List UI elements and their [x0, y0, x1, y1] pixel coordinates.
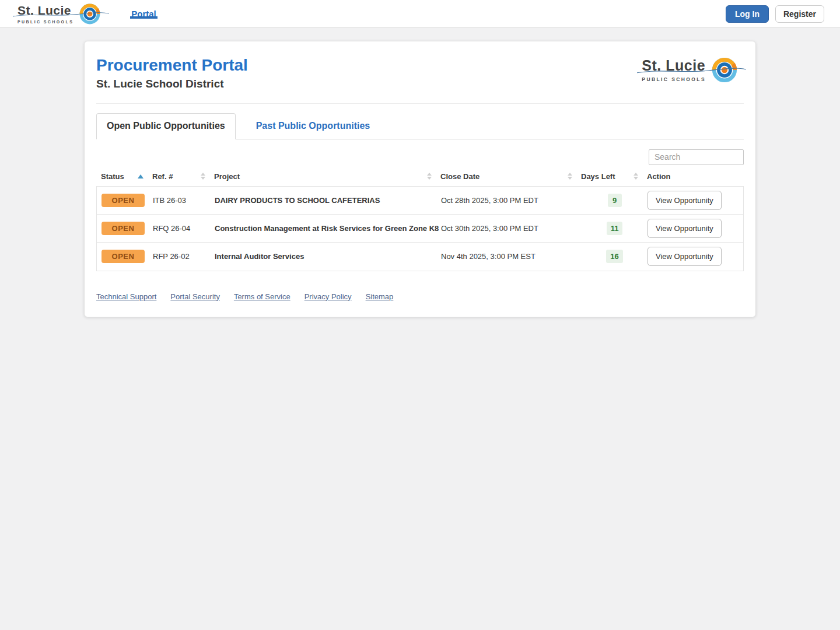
days-left-badge: 11	[607, 222, 623, 235]
card-brand-logo: St. Lucie PUBLIC SCHOOLS	[642, 57, 738, 83]
project-name: Internal Auditor Services	[215, 252, 441, 261]
table-body: OPEN ITB 26-03 DAIRY PRODUCTS TO SCHOOL …	[96, 186, 744, 271]
sort-icon	[634, 173, 638, 180]
card-header: Procurement Portal St. Lucie School Dist…	[96, 55, 744, 90]
tab-open-public-opportunities[interactable]: Open Public Opportunities	[96, 113, 236, 139]
view-opportunity-button[interactable]: View Opportunity	[648, 219, 722, 238]
table-header: Status Ref. # Project Close Date Days Le…	[96, 172, 744, 186]
top-navigation-bar: St. Lucie PUBLIC SCHOOLS Portal Log In R…	[0, 0, 840, 28]
status-badge: OPEN	[102, 222, 145, 235]
project-name: Construction Management at Risk Services…	[215, 224, 441, 233]
column-header-status[interactable]: Status	[96, 172, 152, 181]
footer-link-technical-support[interactable]: Technical Support	[96, 292, 156, 301]
sun-icon	[79, 3, 101, 25]
view-opportunity-button[interactable]: View Opportunity	[648, 247, 722, 266]
sort-icon	[568, 173, 572, 180]
login-button[interactable]: Log In	[726, 5, 769, 23]
column-header-close-date[interactable]: Close Date	[440, 172, 581, 181]
column-header-ref[interactable]: Ref. #	[152, 172, 214, 181]
footer-link-privacy-policy[interactable]: Privacy Policy	[304, 292, 352, 301]
footer-link-terms-of-service[interactable]: Terms of Service	[234, 292, 290, 301]
column-header-days-left[interactable]: Days Left	[581, 172, 647, 181]
page-title: Procurement Portal	[96, 57, 248, 75]
brand-logo[interactable]: St. Lucie PUBLIC SCHOOLS	[18, 3, 101, 25]
brand-tagline: PUBLIC SCHOOLS	[642, 76, 706, 82]
register-button[interactable]: Register	[775, 5, 824, 23]
column-header-action: Action	[647, 172, 744, 181]
sort-icon	[427, 173, 432, 180]
procurement-portal-card: Procurement Portal St. Lucie School Dist…	[84, 41, 756, 317]
view-opportunity-button[interactable]: View Opportunity	[648, 191, 722, 210]
column-header-project[interactable]: Project	[214, 172, 440, 181]
table-row: OPEN RFQ 26-04 Construction Management a…	[97, 215, 743, 243]
sort-icon	[201, 173, 205, 180]
table-row: OPEN RFP 26-02 Internal Auditor Services…	[97, 243, 743, 271]
nav-item-portal-label: Portal	[131, 9, 156, 19]
brand-name: St. Lucie	[18, 4, 71, 17]
ref-number: RFP 26-02	[153, 252, 215, 261]
sort-ascending-icon	[138, 174, 144, 178]
status-badge: OPEN	[102, 250, 145, 263]
search-input[interactable]	[649, 149, 744, 165]
brand-name: St. Lucie	[642, 58, 705, 74]
ref-number: RFQ 26-04	[153, 224, 215, 233]
search-row	[96, 149, 744, 165]
brand-tagline: PUBLIC SCHOOLS	[18, 20, 74, 24]
table-row: OPEN ITB 26-03 DAIRY PRODUCTS TO SCHOOL …	[97, 187, 743, 215]
card-footer: Technical Support Portal Security Terms …	[96, 292, 744, 306]
tab-past-public-opportunities[interactable]: Past Public Opportunities	[246, 114, 380, 139]
ref-number: ITB 26-03	[153, 196, 215, 205]
header-divider	[96, 103, 744, 104]
status-badge: OPEN	[102, 194, 145, 207]
nav-item-portal[interactable]: Portal	[130, 9, 158, 19]
page-subtitle: St. Lucie School District	[96, 78, 248, 90]
close-date: Oct 30th 2025, 3:00 PM EDT	[441, 224, 582, 233]
footer-link-portal-security[interactable]: Portal Security	[170, 292, 220, 301]
footer-link-sitemap[interactable]: Sitemap	[366, 292, 394, 301]
days-left-badge: 16	[606, 250, 622, 263]
opportunity-tabs: Open Public Opportunities Past Public Op…	[96, 113, 744, 139]
sun-icon	[711, 57, 738, 83]
close-date: Oct 28th 2025, 3:00 PM EDT	[441, 196, 582, 205]
close-date: Nov 4th 2025, 3:00 PM EST	[441, 252, 582, 261]
project-name: DAIRY PRODUCTS TO SCHOOL CAFETERIAS	[215, 196, 441, 205]
days-left-badge: 9	[608, 194, 622, 207]
